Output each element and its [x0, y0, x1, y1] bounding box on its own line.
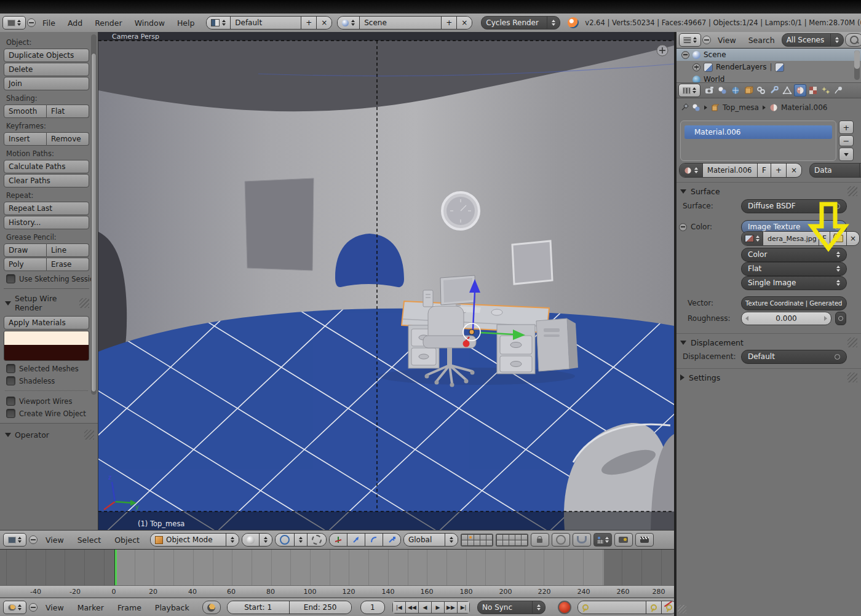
desk-phone[interactable]	[423, 290, 433, 307]
insert-keyframes-button[interactable]	[646, 601, 662, 614]
settings-panel-header[interactable]: Settings	[680, 373, 857, 382]
collapse-menus-icon[interactable]	[29, 603, 38, 612]
tab-scene[interactable]	[716, 84, 729, 97]
create-wire-object-checkbox[interactable]	[6, 409, 15, 418]
current-frame-field[interactable]: 1	[360, 601, 385, 614]
close-layout-button[interactable]: ×	[317, 17, 331, 29]
tab-modifiers[interactable]	[768, 84, 780, 97]
layers-grid-2[interactable]	[496, 534, 528, 547]
tab-material[interactable]	[794, 84, 806, 97]
snap-toggle-button[interactable]	[573, 533, 591, 547]
add-layout-button[interactable]: +	[301, 17, 317, 29]
history-button[interactable]: History...	[4, 216, 89, 229]
outliner-scrollbar-thumb[interactable]	[854, 50, 860, 69]
new-material-button[interactable]: +	[771, 164, 787, 177]
pin-icon[interactable]	[680, 103, 689, 112]
transform-orientation-selector[interactable]: Global	[403, 533, 458, 547]
roughness-slider[interactable]: 0.000	[741, 312, 831, 325]
render-engine-selector[interactable]: Cycles Render	[481, 16, 560, 30]
unlink-material-button[interactable]: ×	[787, 164, 801, 177]
scene-balls-icon[interactable]	[692, 103, 700, 112]
line-button[interactable]: Line	[47, 243, 89, 257]
fake-user-button[interactable]: F	[758, 164, 771, 177]
outliner-search-button[interactable]	[845, 33, 861, 47]
editor-type-selector-properties[interactable]	[678, 84, 700, 97]
image-browse-button[interactable]	[742, 232, 763, 245]
proportional-edit-button[interactable]	[552, 533, 570, 547]
sync-mode-selector[interactable]: No Sync	[477, 601, 546, 614]
pivot-align-toggle[interactable]	[308, 534, 326, 546]
timeline-ruler[interactable]: -40 -20 0 20 40 60 80 100 120 140 160 18…	[0, 585, 674, 598]
renderlayers-icon[interactable]	[775, 63, 784, 72]
projection-dropdown[interactable]: Flat	[741, 262, 847, 276]
layers-grid-1[interactable]	[461, 534, 493, 547]
smooth-button[interactable]: Smooth	[4, 105, 47, 118]
shadeless-checkbox[interactable]	[6, 376, 15, 385]
calculate-paths-button[interactable]: Calculate Paths	[4, 160, 89, 173]
displacement-panel-header[interactable]: Displacement	[680, 338, 857, 347]
wall-mirror[interactable]	[512, 241, 552, 284]
erase-button[interactable]: Erase	[47, 258, 89, 271]
material-slot-list[interactable]: Material.006	[680, 120, 836, 161]
wire-color-light-swatch[interactable]	[4, 331, 89, 345]
draw-button[interactable]: Draw	[4, 243, 47, 257]
end-frame-field[interactable]: End: 250	[290, 601, 351, 614]
region-resize-grip[interactable]	[678, 605, 686, 614]
use-sketching-checkbox[interactable]	[6, 274, 15, 283]
breadcrumb-object[interactable]: Top_mesa	[723, 103, 759, 112]
flat-button[interactable]: Flat	[47, 105, 89, 118]
menu-outliner-search[interactable]: Search	[743, 36, 780, 45]
menu-add[interactable]: Add	[62, 18, 88, 28]
menu-view3d-select[interactable]: Select	[72, 535, 107, 545]
slider-left-arrow-icon[interactable]	[745, 316, 748, 321]
current-frame-marker[interactable]	[114, 550, 117, 586]
panel-grip-icon[interactable]	[847, 373, 857, 382]
tab-physics[interactable]	[833, 84, 845, 97]
viewport-3d[interactable]: y z Camera Persp (1) Top_mesa	[98, 32, 674, 530]
toolshelf-scrollbar-thumb[interactable]	[91, 53, 97, 392]
menu-window[interactable]: Window	[129, 18, 170, 28]
material-name-field[interactable]: Material.006	[703, 164, 758, 177]
active-keying-set-field[interactable]	[578, 601, 646, 614]
previous-keyframe-button[interactable]: ◀◀	[405, 601, 418, 614]
panel-grip-icon[interactable]	[84, 430, 94, 440]
render-opengl-anim-button[interactable]	[635, 533, 654, 547]
editor-type-selector-3dview[interactable]	[3, 533, 26, 547]
manipulator-toggle-button[interactable]	[330, 534, 347, 546]
lock-to-scene-button[interactable]	[531, 533, 549, 547]
scale-manipulator-button[interactable]	[383, 534, 400, 546]
expand-plus-icon[interactable]	[692, 63, 700, 71]
tab-world[interactable]	[729, 84, 742, 97]
roughness-socket-button[interactable]	[835, 312, 846, 325]
pc-tower[interactable]	[536, 318, 569, 371]
material-browse-button[interactable]	[680, 164, 703, 177]
tab-object[interactable]	[742, 84, 755, 97]
region-expand-button[interactable]	[657, 45, 668, 56]
displacement-dropdown[interactable]: Default	[741, 350, 847, 364]
editor-type-selector-outliner[interactable]	[679, 33, 701, 47]
slider-right-arrow-icon[interactable]	[824, 316, 827, 321]
screen-layout-name[interactable]: Default	[231, 17, 301, 29]
jump-to-start-button[interactable]: |◀	[392, 601, 405, 614]
translate-manipulator-button[interactable]	[347, 534, 365, 546]
screen-layout-icon[interactable]	[207, 17, 231, 29]
menu-view3d-object[interactable]: Object	[109, 535, 145, 545]
apply-materials-button[interactable]: Apply Materials	[4, 316, 89, 330]
tab-object-data[interactable]	[781, 84, 793, 97]
collapse-menus-icon[interactable]	[29, 535, 38, 544]
join-button[interactable]: Join	[4, 77, 89, 90]
auto-keyframe-record-button[interactable]	[558, 601, 571, 614]
snap-element-selector[interactable]	[593, 533, 612, 547]
breadcrumb-material[interactable]: Material.006	[781, 103, 827, 112]
scene-name[interactable]: Scene	[360, 17, 442, 29]
play-reverse-button[interactable]: ◀	[418, 601, 431, 614]
insert-keyframe-button[interactable]: Insert	[4, 132, 47, 146]
link-mode-selector[interactable]: Data	[809, 163, 861, 178]
outliner-row-renderlayers[interactable]: RenderLayers |	[676, 61, 861, 73]
add-scene-button[interactable]: +	[442, 17, 457, 29]
preview-range-clock-button[interactable]	[202, 601, 221, 614]
menu-view3d-view[interactable]: View	[40, 535, 69, 545]
material-specials-button[interactable]	[839, 148, 854, 161]
panel-grip-icon[interactable]	[79, 298, 89, 308]
collapse-minus-icon[interactable]	[679, 223, 687, 231]
